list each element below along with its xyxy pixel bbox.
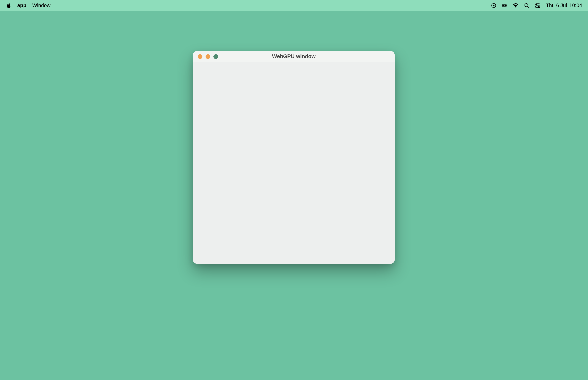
menubar-right: Thu 6 Jul 10:04 bbox=[491, 2, 582, 8]
window-content bbox=[193, 62, 395, 264]
minimize-button[interactable] bbox=[206, 54, 210, 59]
svg-point-9 bbox=[538, 6, 539, 7]
traffic-lights bbox=[193, 54, 218, 59]
close-button[interactable] bbox=[198, 54, 202, 59]
menubar-date: Thu 6 Jul bbox=[546, 2, 567, 8]
menubar-time: 10:04 bbox=[569, 2, 582, 8]
menubar-item-window[interactable]: Window bbox=[32, 2, 50, 8]
svg-rect-3 bbox=[507, 5, 507, 6]
window-title: WebGPU window bbox=[193, 54, 395, 59]
window-titlebar[interactable]: WebGPU window bbox=[193, 51, 395, 62]
battery-icon[interactable] bbox=[502, 3, 507, 8]
menubar-left: app Window bbox=[6, 2, 51, 8]
zoom-button[interactable] bbox=[213, 54, 218, 59]
control-center-icon[interactable] bbox=[535, 3, 540, 8]
app-window: WebGPU window bbox=[193, 51, 395, 264]
svg-point-4 bbox=[525, 3, 528, 7]
svg-line-5 bbox=[528, 6, 529, 7]
wifi-icon[interactable] bbox=[513, 3, 518, 8]
svg-point-7 bbox=[536, 4, 537, 5]
menubar-app-name[interactable]: app bbox=[17, 2, 26, 8]
search-icon[interactable] bbox=[524, 3, 530, 8]
menubar-datetime[interactable]: Thu 6 Jul 10:04 bbox=[546, 2, 582, 8]
apple-icon[interactable] bbox=[6, 3, 11, 8]
menubar: app Window bbox=[0, 0, 588, 11]
play-icon[interactable] bbox=[491, 3, 496, 8]
